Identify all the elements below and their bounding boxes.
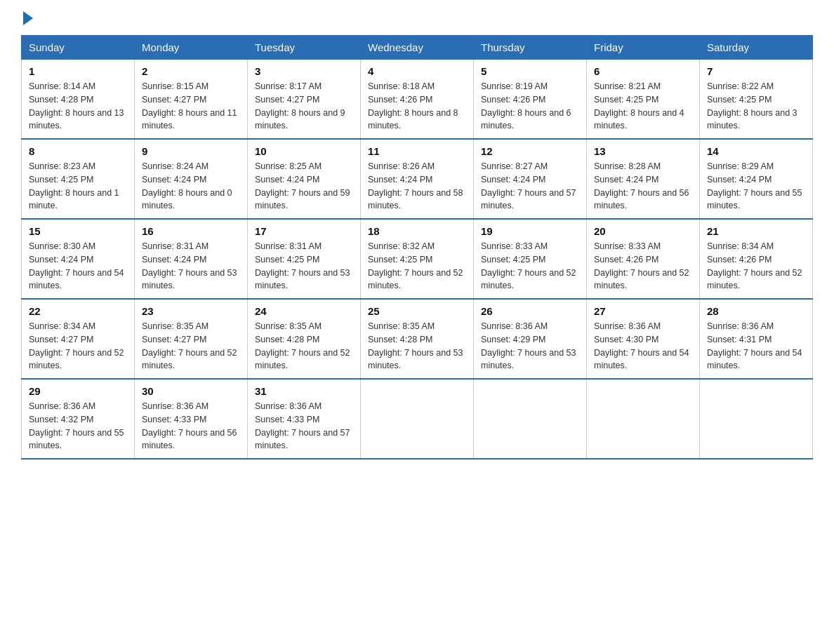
header-cell-saturday: Saturday (700, 36, 813, 60)
day-info: Sunrise: 8:29 AMSunset: 4:24 PMDaylight:… (707, 161, 802, 210)
day-number: 30 (142, 385, 240, 397)
day-info: Sunrise: 8:34 AMSunset: 4:27 PMDaylight:… (29, 321, 124, 370)
day-cell: 3 Sunrise: 8:17 AMSunset: 4:27 PMDayligh… (248, 60, 361, 140)
day-info: Sunrise: 8:30 AMSunset: 4:24 PMDaylight:… (29, 241, 124, 290)
day-cell (474, 379, 587, 459)
week-row-2: 8 Sunrise: 8:23 AMSunset: 4:25 PMDayligh… (22, 139, 813, 219)
day-cell: 2 Sunrise: 8:15 AMSunset: 4:27 PMDayligh… (135, 60, 248, 140)
day-number: 14 (707, 145, 805, 157)
day-cell: 14 Sunrise: 8:29 AMSunset: 4:24 PMDaylig… (700, 139, 813, 219)
header-cell-sunday: Sunday (22, 36, 135, 60)
day-number: 7 (707, 65, 805, 77)
day-cell (361, 379, 474, 459)
day-cell: 7 Sunrise: 8:22 AMSunset: 4:25 PMDayligh… (700, 60, 813, 140)
day-number: 29 (29, 385, 127, 397)
day-info: Sunrise: 8:36 AMSunset: 4:33 PMDaylight:… (142, 401, 237, 450)
day-info: Sunrise: 8:36 AMSunset: 4:33 PMDaylight:… (255, 401, 350, 450)
day-cell: 8 Sunrise: 8:23 AMSunset: 4:25 PMDayligh… (22, 139, 135, 219)
day-info: Sunrise: 8:22 AMSunset: 4:25 PMDaylight:… (707, 81, 797, 130)
day-number: 24 (255, 305, 353, 317)
day-info: Sunrise: 8:27 AMSunset: 4:24 PMDaylight:… (481, 161, 576, 210)
day-cell: 26 Sunrise: 8:36 AMSunset: 4:29 PMDaylig… (474, 299, 587, 379)
day-number: 4 (368, 65, 466, 77)
day-cell: 31 Sunrise: 8:36 AMSunset: 4:33 PMDaylig… (248, 379, 361, 459)
day-cell: 11 Sunrise: 8:26 AMSunset: 4:24 PMDaylig… (361, 139, 474, 219)
calendar-body: 1 Sunrise: 8:14 AMSunset: 4:28 PMDayligh… (22, 60, 813, 459)
day-cell: 15 Sunrise: 8:30 AMSunset: 4:24 PMDaylig… (22, 219, 135, 299)
day-info: Sunrise: 8:18 AMSunset: 4:26 PMDaylight:… (368, 81, 458, 130)
day-info: Sunrise: 8:36 AMSunset: 4:30 PMDaylight:… (594, 321, 689, 370)
day-info: Sunrise: 8:35 AMSunset: 4:28 PMDaylight:… (255, 321, 350, 370)
header-row: SundayMondayTuesdayWednesdayThursdayFrid… (22, 36, 813, 60)
day-info: Sunrise: 8:35 AMSunset: 4:28 PMDaylight:… (368, 321, 463, 370)
day-number: 19 (481, 225, 579, 237)
day-cell: 25 Sunrise: 8:35 AMSunset: 4:28 PMDaylig… (361, 299, 474, 379)
day-cell (587, 379, 700, 459)
day-number: 15 (29, 225, 127, 237)
day-info: Sunrise: 8:28 AMSunset: 4:24 PMDaylight:… (594, 161, 689, 210)
day-cell: 19 Sunrise: 8:33 AMSunset: 4:25 PMDaylig… (474, 219, 587, 299)
calendar-table: SundayMondayTuesdayWednesdayThursdayFrid… (21, 35, 813, 459)
day-info: Sunrise: 8:35 AMSunset: 4:27 PMDaylight:… (142, 321, 237, 370)
day-info: Sunrise: 8:33 AMSunset: 4:26 PMDaylight:… (594, 241, 689, 290)
day-number: 1 (29, 65, 127, 77)
day-number: 3 (255, 65, 353, 77)
day-number: 22 (29, 305, 127, 317)
day-info: Sunrise: 8:36 AMSunset: 4:31 PMDaylight:… (707, 321, 802, 370)
day-cell: 22 Sunrise: 8:34 AMSunset: 4:27 PMDaylig… (22, 299, 135, 379)
header-cell-wednesday: Wednesday (361, 36, 474, 60)
day-cell: 27 Sunrise: 8:36 AMSunset: 4:30 PMDaylig… (587, 299, 700, 379)
day-number: 31 (255, 385, 353, 397)
day-cell: 10 Sunrise: 8:25 AMSunset: 4:24 PMDaylig… (248, 139, 361, 219)
day-cell: 18 Sunrise: 8:32 AMSunset: 4:25 PMDaylig… (361, 219, 474, 299)
day-cell: 4 Sunrise: 8:18 AMSunset: 4:26 PMDayligh… (361, 60, 474, 140)
day-info: Sunrise: 8:34 AMSunset: 4:26 PMDaylight:… (707, 241, 802, 290)
logo (21, 14, 33, 21)
header-cell-tuesday: Tuesday (248, 36, 361, 60)
day-number: 17 (255, 225, 353, 237)
day-cell: 16 Sunrise: 8:31 AMSunset: 4:24 PMDaylig… (135, 219, 248, 299)
day-cell: 20 Sunrise: 8:33 AMSunset: 4:26 PMDaylig… (587, 219, 700, 299)
day-info: Sunrise: 8:26 AMSunset: 4:24 PMDaylight:… (368, 161, 463, 210)
day-number: 12 (481, 145, 579, 157)
day-info: Sunrise: 8:14 AMSunset: 4:28 PMDaylight:… (29, 81, 124, 130)
day-number: 10 (255, 145, 353, 157)
day-number: 18 (368, 225, 466, 237)
day-number: 13 (594, 145, 692, 157)
day-info: Sunrise: 8:36 AMSunset: 4:32 PMDaylight:… (29, 401, 124, 450)
header-cell-thursday: Thursday (474, 36, 587, 60)
day-info: Sunrise: 8:17 AMSunset: 4:27 PMDaylight:… (255, 81, 345, 130)
calendar-header: SundayMondayTuesdayWednesdayThursdayFrid… (22, 36, 813, 60)
week-row-3: 15 Sunrise: 8:30 AMSunset: 4:24 PMDaylig… (22, 219, 813, 299)
day-number: 16 (142, 225, 240, 237)
day-number: 2 (142, 65, 240, 77)
day-info: Sunrise: 8:24 AMSunset: 4:24 PMDaylight:… (142, 161, 232, 210)
day-info: Sunrise: 8:31 AMSunset: 4:24 PMDaylight:… (142, 241, 237, 290)
day-info: Sunrise: 8:36 AMSunset: 4:29 PMDaylight:… (481, 321, 576, 370)
day-info: Sunrise: 8:15 AMSunset: 4:27 PMDaylight:… (142, 81, 237, 130)
day-number: 25 (368, 305, 466, 317)
day-cell: 30 Sunrise: 8:36 AMSunset: 4:33 PMDaylig… (135, 379, 248, 459)
day-cell: 28 Sunrise: 8:36 AMSunset: 4:31 PMDaylig… (700, 299, 813, 379)
day-number: 21 (707, 225, 805, 237)
page-header (21, 14, 813, 21)
day-cell: 21 Sunrise: 8:34 AMSunset: 4:26 PMDaylig… (700, 219, 813, 299)
header-cell-friday: Friday (587, 36, 700, 60)
week-row-1: 1 Sunrise: 8:14 AMSunset: 4:28 PMDayligh… (22, 60, 813, 140)
day-cell: 6 Sunrise: 8:21 AMSunset: 4:25 PMDayligh… (587, 60, 700, 140)
day-number: 6 (594, 65, 692, 77)
day-info: Sunrise: 8:21 AMSunset: 4:25 PMDaylight:… (594, 81, 684, 130)
day-number: 20 (594, 225, 692, 237)
day-number: 5 (481, 65, 579, 77)
day-info: Sunrise: 8:33 AMSunset: 4:25 PMDaylight:… (481, 241, 576, 290)
day-cell: 9 Sunrise: 8:24 AMSunset: 4:24 PMDayligh… (135, 139, 248, 219)
day-number: 26 (481, 305, 579, 317)
day-info: Sunrise: 8:32 AMSunset: 4:25 PMDaylight:… (368, 241, 463, 290)
day-cell: 5 Sunrise: 8:19 AMSunset: 4:26 PMDayligh… (474, 60, 587, 140)
day-info: Sunrise: 8:31 AMSunset: 4:25 PMDaylight:… (255, 241, 350, 290)
day-cell: 17 Sunrise: 8:31 AMSunset: 4:25 PMDaylig… (248, 219, 361, 299)
logo-triangle-icon (23, 11, 33, 25)
day-cell (700, 379, 813, 459)
day-cell: 29 Sunrise: 8:36 AMSunset: 4:32 PMDaylig… (22, 379, 135, 459)
week-row-4: 22 Sunrise: 8:34 AMSunset: 4:27 PMDaylig… (22, 299, 813, 379)
